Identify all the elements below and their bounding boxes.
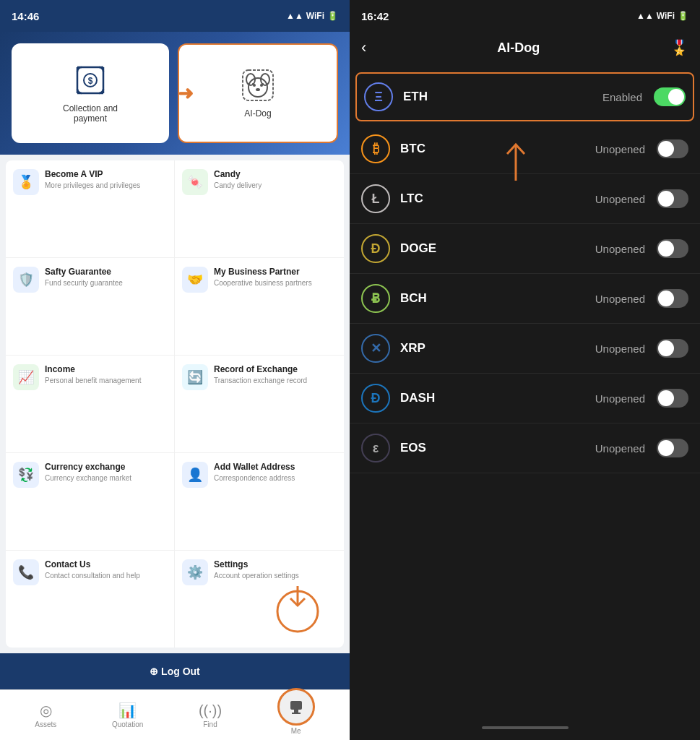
right-signal-icon: ▲▲ (636, 11, 654, 21)
find-label: Find (203, 720, 217, 728)
svg-point-18 (252, 83, 254, 85)
wifi-icon: WiFi (306, 11, 324, 21)
ai-dog-card[interactable]: AI-Dog (178, 43, 338, 143)
svg-point-19 (262, 83, 264, 85)
bch-status: Unopened (595, 293, 645, 305)
svg-rect-22 (292, 713, 301, 714)
menu-grid: 🏅 Become A VIP More privileges and privi… (6, 160, 344, 648)
signal-icon: ▲▲ (286, 11, 303, 21)
eth-icon: Ξ (364, 82, 393, 111)
eth-symbol: ETH (403, 90, 602, 104)
crypto-row-btc[interactable]: ₿ BTC Unopened (350, 124, 700, 174)
right-wifi-icon: WiFi (657, 11, 675, 21)
svg-rect-20 (290, 701, 302, 710)
grid-item-vip[interactable]: 🏅 Become A VIP More privileges and privi… (6, 160, 175, 258)
xrp-symbol: XRP (400, 341, 595, 356)
logout-label: ⊕ Log Out (150, 666, 200, 677)
grid-item-safety[interactable]: 🛡️ Safty Guarantee Fund security guarant… (6, 258, 175, 356)
eos-symbol: EOS (400, 441, 595, 455)
crypto-row-bch[interactable]: Ƀ BCH Unopened (350, 274, 700, 324)
page-title: AI-Dog (497, 40, 540, 56)
safety-icon: 🛡️ (13, 267, 39, 293)
grid-item-candy[interactable]: 🍬 Candy Candy delivery (175, 160, 344, 258)
left-phone: 14:46 ▲▲ WiFi 🔋 $ (0, 0, 350, 740)
btc-status: Unopened (595, 143, 645, 155)
hero-section: $ Collection andpayment ➜ (0, 32, 350, 155)
crypto-row-ltc[interactable]: Ł LTC Unopened (350, 174, 700, 224)
doge-symbol: DOGE (400, 241, 595, 256)
business-text: My Business Partner Cooperative business… (214, 267, 312, 288)
xrp-icon: ✕ (361, 334, 390, 363)
quotation-icon: 📊 (118, 702, 137, 719)
btc-icon: ₿ (361, 134, 390, 163)
nav-bar: ‹ AI-Dog 🎖️ (350, 32, 700, 64)
crypto-list: Ξ ETH Enabled ₿ BTC Unopened Ł L (350, 64, 700, 715)
assets-label: Assets (35, 720, 56, 728)
ltc-symbol: LTC (400, 192, 595, 206)
currency-icon: 💱 (13, 462, 39, 488)
btc-toggle[interactable] (657, 139, 688, 158)
contact-icon: 📞 (13, 559, 39, 585)
svg-rect-11 (243, 70, 273, 100)
grid-item-settings[interactable]: ⚙️ Settings Account operation settings (175, 551, 344, 648)
grid-item-wallet[interactable]: 👤 Add Wallet Address Correspondence addr… (175, 453, 344, 551)
crypto-row-eos[interactable]: ε EOS Unopened (350, 423, 700, 473)
tab-find[interactable]: ((·)) Find (199, 702, 222, 728)
business-icon: 🤝 (182, 267, 208, 293)
tab-assets[interactable]: ◎ Assets (35, 702, 56, 728)
tab-me[interactable]: Me (277, 695, 315, 735)
doge-status: Unopened (595, 243, 645, 255)
bch-toggle[interactable] (657, 289, 688, 308)
eth-toggle[interactable] (654, 87, 686, 106)
ai-dog-icon (241, 68, 275, 103)
ltc-toggle[interactable] (657, 189, 688, 208)
crypto-row-dash[interactable]: Đ DASH Unopened (350, 374, 700, 423)
eos-toggle-knob (658, 440, 674, 456)
back-button[interactable]: ‹ (361, 38, 366, 57)
find-icon: ((·)) (199, 702, 222, 719)
grid-item-exchange-record[interactable]: 🔄 Record of Exchange Transaction exchang… (175, 356, 344, 453)
crypto-row-xrp[interactable]: ✕ XRP Unopened (350, 324, 700, 374)
left-status-bar: 14:46 ▲▲ WiFi 🔋 (0, 0, 350, 32)
crypto-row-eth[interactable]: Ξ ETH Enabled (355, 72, 694, 121)
tab-quotation[interactable]: 📊 Quotation (112, 702, 143, 728)
right-time: 16:42 (361, 10, 389, 22)
btc-toggle-knob (658, 141, 674, 157)
grid-item-currency[interactable]: 💱 Currency exchange Currency exchange ma… (6, 453, 175, 551)
grid-item-income[interactable]: 📈 Income Personal benefit management (6, 356, 175, 453)
xrp-toggle-knob (658, 340, 674, 356)
dash-toggle-knob (658, 390, 674, 406)
income-text: Income Personal benefit management (45, 364, 141, 385)
wallet-icon: 👤 (182, 462, 208, 488)
ltc-status: Unopened (595, 193, 645, 205)
ltc-icon: Ł (361, 184, 390, 213)
candy-text: Candy Candy delivery (214, 169, 262, 190)
dash-symbol: DASH (400, 391, 595, 405)
me-label: Me (291, 727, 301, 735)
eos-toggle[interactable] (657, 439, 688, 457)
doge-toggle[interactable] (657, 239, 688, 258)
eth-toggle-knob (668, 89, 684, 105)
income-icon: 📈 (13, 364, 39, 390)
grid-item-business[interactable]: 🤝 My Business Partner Cooperative busine… (175, 258, 344, 356)
right-status-icons: ▲▲ WiFi 🔋 (636, 11, 688, 21)
collection-payment-label: Collection andpayment (63, 103, 118, 124)
me-avatar (277, 688, 315, 726)
dash-toggle[interactable] (657, 389, 688, 408)
quotation-label: Quotation (112, 720, 143, 728)
candy-icon: 🍬 (182, 169, 208, 195)
ai-dog-label: AI-Dog (244, 108, 271, 119)
collection-payment-icon: $ (73, 63, 108, 98)
badge-icon[interactable]: 🎖️ (670, 39, 688, 56)
btc-symbol: BTC (400, 142, 595, 156)
collection-payment-card[interactable]: $ Collection andpayment ➜ (12, 43, 169, 143)
eos-status: Unopened (595, 442, 645, 455)
grid-item-contact[interactable]: 📞 Contact Us Contact consultation and he… (6, 551, 175, 648)
safety-text: Safty Guarantee Fund security guarantee (45, 267, 123, 288)
contact-text: Contact Us Contact consultation and help (45, 559, 140, 580)
ltc-toggle-knob (658, 191, 674, 207)
vip-icon: 🏅 (13, 169, 39, 195)
logout-bar[interactable]: ⊕ Log Out (0, 653, 350, 689)
xrp-toggle[interactable] (657, 339, 688, 358)
crypto-row-doge[interactable]: Ð DOGE Unopened (350, 224, 700, 274)
